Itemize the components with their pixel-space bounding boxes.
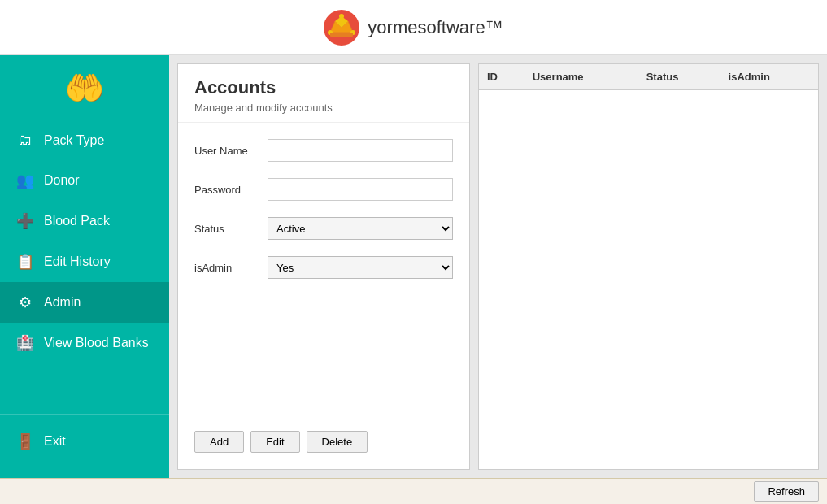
form-subtitle: Manage and modify accounts: [194, 102, 453, 114]
form-panel: Accounts Manage and modify accounts User…: [177, 63, 470, 470]
sidebar-item-label: Edit History: [44, 254, 111, 269]
accounts-table: ID Username Status isAdmin: [479, 64, 818, 90]
brand-name: yormesoftware™: [368, 17, 503, 38]
main-area: 🤲 🗂 Pack Type 👥 Donor ➕ Blood Pack 📋 Ed: [0, 55, 827, 478]
form-header: Accounts Manage and modify accounts: [178, 64, 469, 123]
sidebar-item-label: Pack Type: [44, 133, 104, 148]
isadmin-row: isAdmin Yes No: [194, 256, 453, 279]
col-username: Username: [524, 64, 638, 90]
status-row: Status Active Inactive: [194, 217, 453, 240]
hands-icon: 🤲: [64, 69, 105, 107]
sidebar-top: 🤲: [0, 55, 169, 120]
isadmin-label: isAdmin: [194, 262, 268, 274]
content-area: Accounts Manage and modify accounts User…: [169, 55, 827, 478]
edit-history-icon: 📋: [16, 253, 34, 271]
header: yormesoftware™: [0, 0, 827, 55]
edit-button[interactable]: Edit: [250, 431, 299, 453]
exit-label: Exit: [44, 434, 66, 449]
pack-type-icon: 🗂: [16, 132, 34, 149]
username-label: User Name: [194, 145, 268, 157]
password-row: Password: [194, 178, 453, 201]
sidebar-item-label: View Blood Banks: [44, 336, 149, 350]
sidebar: 🤲 🗂 Pack Type 👥 Donor ➕ Blood Pack 📋 Ed: [0, 55, 169, 478]
status-select[interactable]: Active Inactive: [268, 217, 453, 240]
form-title: Accounts: [194, 77, 453, 98]
form-body: User Name Password Status Active Inactiv…: [178, 123, 469, 423]
donor-icon: 👥: [16, 172, 34, 189]
svg-rect-6: [330, 33, 353, 37]
password-input[interactable]: [268, 178, 453, 201]
sidebar-item-label: Donor: [44, 173, 80, 188]
bottom-bar: Refresh: [0, 478, 827, 504]
status-label: Status: [194, 223, 268, 235]
sidebar-item-blood-pack[interactable]: ➕ Blood Pack: [0, 201, 169, 241]
svg-point-4: [339, 14, 344, 19]
sidebar-item-view-blood-banks[interactable]: 🏥 View Blood Banks: [0, 323, 169, 363]
sidebar-item-exit[interactable]: 🚪 Exit: [0, 421, 169, 462]
isadmin-select[interactable]: Yes No: [268, 256, 453, 279]
admin-icon: ⚙: [16, 293, 34, 311]
username-row: User Name: [194, 139, 453, 162]
view-blood-banks-icon: 🏥: [16, 334, 34, 352]
sidebar-item-donor[interactable]: 👥 Donor: [0, 160, 169, 201]
table-wrapper: ID Username Status isAdmin: [479, 64, 818, 469]
sidebar-nav: 🗂 Pack Type 👥 Donor ➕ Blood Pack 📋 Edit …: [0, 120, 169, 399]
add-button[interactable]: Add: [194, 431, 244, 453]
password-label: Password: [194, 184, 268, 196]
col-status: Status: [638, 64, 720, 90]
sidebar-item-pack-type[interactable]: 🗂 Pack Type: [0, 120, 169, 160]
delete-button[interactable]: Delete: [307, 431, 368, 453]
exit-icon: 🚪: [16, 432, 34, 450]
logo-area: yormesoftware™: [324, 10, 503, 46]
sidebar-bottom: 🚪 Exit: [0, 399, 169, 478]
logo-icon: [324, 10, 359, 46]
table-panel: ID Username Status isAdmin: [478, 63, 819, 470]
form-buttons: Add Edit Delete: [178, 423, 469, 469]
col-id: ID: [479, 64, 524, 90]
refresh-button[interactable]: Refresh: [754, 481, 819, 502]
table-header-row: ID Username Status isAdmin: [479, 64, 818, 90]
blood-pack-icon: ➕: [16, 212, 34, 230]
username-input[interactable]: [268, 139, 453, 162]
sidebar-divider: [0, 414, 169, 415]
sidebar-item-label: Admin: [44, 295, 81, 310]
sidebar-item-label: Blood Pack: [44, 214, 110, 228]
sidebar-item-admin[interactable]: ⚙ Admin: [0, 282, 169, 323]
col-isadmin: isAdmin: [720, 64, 818, 90]
sidebar-item-edit-history[interactable]: 📋 Edit History: [0, 241, 169, 282]
